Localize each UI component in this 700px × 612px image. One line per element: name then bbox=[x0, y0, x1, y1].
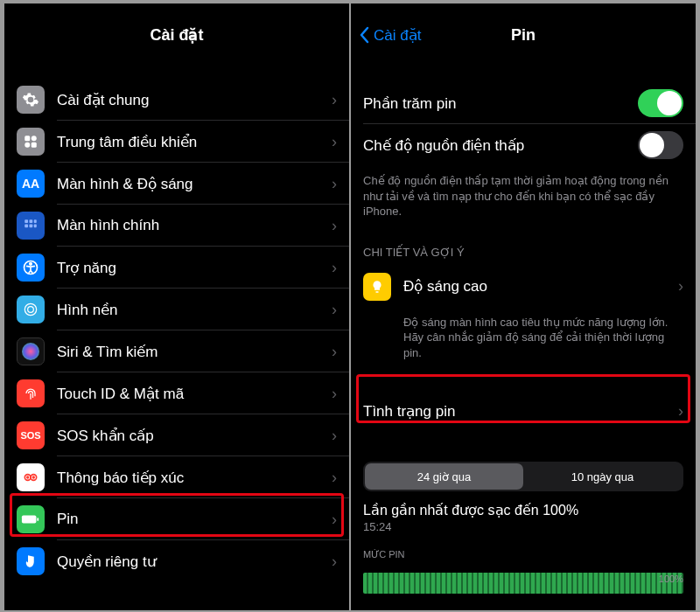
row-display[interactable]: AA Màn hình & Độ sáng › bbox=[4, 163, 349, 205]
navbar: Cài đặt bbox=[4, 12, 349, 52]
svg-rect-3 bbox=[32, 143, 37, 148]
svg-rect-4 bbox=[24, 219, 28, 223]
svg-rect-1 bbox=[32, 136, 37, 141]
row-label: Tình trạng pin bbox=[363, 402, 678, 421]
row-siri[interactable]: Siri & Tìm kiếm › bbox=[4, 330, 349, 372]
row-label: Màn hình & Độ sáng bbox=[57, 175, 332, 193]
row-battery-health[interactable]: Tình trạng pin › bbox=[351, 390, 696, 432]
row-control-center[interactable]: Trung tâm điều khiển › bbox=[4, 121, 349, 163]
settings-screen: Cài đặt Cài đặt chung › Trung tâm điều k… bbox=[4, 3, 349, 610]
row-privacy[interactable]: Quyền riêng tư › bbox=[4, 540, 349, 582]
siri-icon bbox=[17, 337, 45, 365]
row-label: SOS khẩn cấp bbox=[57, 427, 332, 445]
svg-rect-6 bbox=[34, 219, 37, 223]
exposure-icon bbox=[17, 463, 45, 491]
row-label: Trung tâm điều khiển bbox=[57, 133, 332, 151]
accessibility-icon bbox=[17, 254, 45, 282]
page-title: Pin bbox=[511, 26, 536, 45]
row-label: Chế độ nguồn điện thấp bbox=[363, 136, 638, 155]
chevron-right-icon: › bbox=[332, 469, 337, 487]
row-label: Quyền riêng tư bbox=[57, 553, 332, 571]
chevron-right-icon: › bbox=[332, 343, 337, 361]
chevron-right-icon: › bbox=[332, 511, 337, 529]
fingerprint-icon bbox=[17, 379, 45, 407]
row-label: Thông báo tiếp xúc bbox=[57, 469, 332, 487]
row-label: Màn hình chính bbox=[57, 217, 332, 234]
svg-rect-7 bbox=[24, 225, 28, 228]
row-battery-percentage[interactable]: Phần trăm pin bbox=[351, 82, 696, 124]
status-bar bbox=[351, 3, 696, 12]
svg-rect-19 bbox=[37, 518, 38, 521]
svg-rect-5 bbox=[30, 219, 33, 223]
brightness-description: Độ sáng màn hình cao tiêu thụ mức năng l… bbox=[351, 308, 696, 365]
row-battery[interactable]: Pin › bbox=[4, 498, 349, 540]
home-screen-icon bbox=[17, 212, 45, 240]
svg-rect-18 bbox=[22, 515, 36, 523]
chevron-right-icon: › bbox=[332, 385, 337, 403]
svg-point-11 bbox=[30, 263, 32, 266]
display-icon: AA bbox=[17, 170, 45, 198]
row-label: Touch ID & Mật mã bbox=[57, 385, 332, 403]
row-home-screen[interactable]: Màn hình chính › bbox=[4, 205, 349, 247]
chevron-right-icon: › bbox=[332, 175, 337, 193]
row-label: Phần trăm pin bbox=[363, 94, 638, 113]
svg-point-12 bbox=[24, 303, 36, 315]
last-charge-label: Lần gần nhất được sạc đến 100% bbox=[351, 497, 696, 518]
row-exposure[interactable]: Thông báo tiếp xúc › bbox=[4, 456, 349, 498]
chevron-right-icon: › bbox=[678, 402, 683, 421]
row-general[interactable]: Cài đặt chung › bbox=[4, 79, 349, 121]
chevron-right-icon: › bbox=[332, 91, 337, 109]
chevron-right-icon: › bbox=[332, 259, 337, 277]
row-accessibility[interactable]: Trợ năng › bbox=[4, 247, 349, 289]
svg-point-13 bbox=[28, 307, 34, 313]
svg-rect-2 bbox=[24, 143, 30, 148]
svg-rect-0 bbox=[24, 136, 30, 141]
row-low-power-mode[interactable]: Chế độ nguồn điện thấp bbox=[351, 124, 696, 166]
segment-24h[interactable]: 24 giờ qua bbox=[365, 463, 523, 490]
battery-level-header: MỨC PIN bbox=[351, 533, 696, 567]
battery-icon bbox=[17, 505, 45, 533]
status-bar bbox=[4, 3, 349, 12]
svg-point-17 bbox=[33, 476, 35, 478]
insights-header: CHI TIẾT VÀ GỢI Ý bbox=[351, 223, 696, 266]
gear-icon bbox=[17, 86, 45, 114]
row-label: Cài đặt chung bbox=[57, 91, 332, 109]
page-title: Cài đặt bbox=[150, 25, 203, 45]
low-power-description: Chế độ nguồn điện thấp tạm thời giảm hoạ… bbox=[351, 166, 696, 223]
control-center-icon bbox=[17, 128, 45, 156]
toggle-battery-percentage[interactable] bbox=[638, 89, 683, 117]
row-sos[interactable]: SOS SOS khẩn cấp › bbox=[4, 414, 349, 456]
toggle-low-power-mode[interactable] bbox=[638, 131, 683, 159]
row-label: Hình nền bbox=[57, 301, 332, 319]
wallpaper-icon bbox=[17, 296, 45, 323]
svg-rect-8 bbox=[30, 225, 33, 228]
chevron-right-icon: › bbox=[332, 427, 337, 445]
row-wallpaper[interactable]: Hình nền › bbox=[4, 289, 349, 330]
back-label: Cài đặt bbox=[374, 26, 421, 45]
bulb-icon bbox=[363, 273, 391, 301]
row-label: Trợ năng bbox=[57, 259, 332, 277]
chevron-right-icon: › bbox=[678, 277, 683, 296]
svg-point-16 bbox=[27, 476, 29, 478]
sos-icon: SOS bbox=[17, 421, 45, 449]
row-touchid[interactable]: Touch ID & Mật mã › bbox=[4, 372, 349, 414]
row-brightness-insight[interactable]: Độ sáng cao › bbox=[351, 266, 696, 308]
row-label: Pin bbox=[57, 511, 332, 528]
chart-100-label: 100% bbox=[659, 574, 683, 584]
chevron-right-icon: › bbox=[332, 217, 337, 235]
last-charge-time: 15:24 bbox=[351, 518, 696, 533]
chevron-right-icon: › bbox=[332, 301, 337, 319]
battery-level-chart bbox=[363, 573, 683, 594]
privacy-icon bbox=[17, 547, 45, 575]
row-label: Siri & Tìm kiếm bbox=[57, 343, 332, 361]
navbar: Cài đặt Pin bbox=[351, 12, 696, 52]
battery-screen: Cài đặt Pin Phần trăm pin Chế độ nguồn đ… bbox=[351, 3, 696, 610]
chevron-right-icon: › bbox=[332, 133, 337, 151]
chevron-right-icon: › bbox=[332, 553, 337, 571]
time-range-segmented-control[interactable]: 24 giờ qua 10 ngày qua bbox=[363, 462, 683, 491]
segment-10d[interactable]: 10 ngày qua bbox=[523, 463, 682, 490]
row-label: Độ sáng cao bbox=[403, 277, 678, 296]
back-button[interactable]: Cài đặt bbox=[360, 26, 421, 45]
svg-rect-9 bbox=[34, 225, 37, 228]
